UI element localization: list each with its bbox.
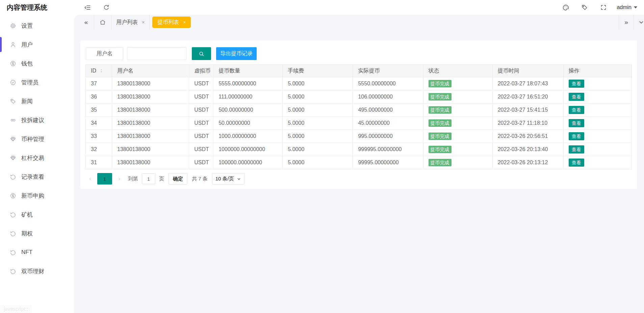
chevron-down-icon <box>638 19 644 25</box>
table-row: 3613800138000USDT111.000000005.0000106.0… <box>86 90 632 104</box>
table-row: 3513800138000USDT500.000000005.0000495.0… <box>86 104 632 117</box>
cell-username: 13800138000 <box>112 90 189 104</box>
cell-coin: USDT <box>189 90 213 104</box>
sidebar-item-label: 设置 <box>21 22 33 30</box>
tabs-scroll-left-button[interactable]: « <box>78 15 94 30</box>
sidebar-item-label: 投拆建议 <box>21 116 44 124</box>
tabs-menu-button[interactable] <box>634 15 644 30</box>
status-badge: 提币完成 <box>429 159 452 166</box>
cell-coin: USDT <box>189 77 213 90</box>
cell-username: 13800138000 <box>112 77 189 90</box>
export-withdraw-records-button[interactable]: 导出提币记录 <box>216 47 257 60</box>
tabs-scroll-right-button[interactable]: » <box>619 15 634 30</box>
search-button[interactable] <box>192 47 211 60</box>
cell-amount: 500.00000000 <box>213 104 283 117</box>
cell-coin: USDT <box>189 117 213 130</box>
cell-time: 2022-03-26 20:56:51 <box>492 130 563 143</box>
theme-palette-button[interactable] <box>559 0 573 15</box>
cell-time: 2022-03-27 11:18:10 <box>492 117 563 130</box>
view-button[interactable]: 查看 <box>569 132 584 140</box>
status-badge: 提币完成 <box>429 93 452 101</box>
caret-down-icon <box>634 6 637 8</box>
user-menu[interactable]: admin <box>615 0 639 15</box>
dollar-icon <box>10 193 16 199</box>
sidebar-item-6[interactable]: 投拆建议 <box>0 111 74 130</box>
cell-actual: 5550.00000000 <box>353 77 423 90</box>
cell-username: 13800138000 <box>112 143 189 156</box>
view-button[interactable]: 查看 <box>569 106 584 114</box>
page-prev-button[interactable]: ‹ <box>85 173 95 184</box>
sidebar-item-5[interactable]: 新闻 <box>0 92 74 111</box>
home-icon <box>99 19 106 26</box>
column-header[interactable]: ID <box>86 65 112 77</box>
sidebar-collapse-button[interactable] <box>80 0 95 15</box>
tab-user-list[interactable]: 用户列表 × <box>111 15 150 30</box>
page-unit-label: 页 <box>159 176 164 182</box>
status-badge: 提币完成 <box>429 133 452 140</box>
withdraw-table: ID用户名虚拟币提币数量手续费实际提币状态提币时间操作 371380013800… <box>85 64 632 169</box>
cell-time: 2022-03-27 15:41:15 <box>492 104 563 117</box>
sidebar-item-7[interactable]: 币种管理 <box>0 130 74 148</box>
table-header-row: ID用户名虚拟币提币数量手续费实际提币状态提币时间操作 <box>86 65 632 77</box>
page-current: 1 <box>97 173 112 184</box>
close-icon[interactable]: × <box>183 20 186 25</box>
sidebar-item-13[interactable]: NFT <box>0 243 74 262</box>
cell-actual: 495.00000000 <box>353 104 423 117</box>
cell-actual: 99995.00000000 <box>353 156 423 169</box>
top-bar: 内容管理系统 admin <box>0 0 644 15</box>
sidebar-item-3[interactable]: 钱包 <box>0 54 74 73</box>
view-button[interactable]: 查看 <box>569 159 584 167</box>
tag-button[interactable] <box>577 0 592 15</box>
history-icon <box>10 174 16 180</box>
cell-coin: USDT <box>189 143 213 156</box>
column-header: 用户名 <box>112 65 189 77</box>
cell-amount: 100000.00000000 <box>213 156 283 169</box>
sort-icon[interactable] <box>99 68 104 73</box>
column-header: 实际提币 <box>353 65 423 77</box>
sidebar-item-4[interactable]: 管理员 <box>0 73 74 92</box>
search-field-select[interactable]: 用户名 <box>86 47 123 60</box>
sidebar-item-label: 期权 <box>21 230 33 237</box>
sidebar-item-label: 记录查看 <box>21 173 44 181</box>
page-next-button[interactable]: › <box>114 173 124 184</box>
cell-username: 13800138000 <box>112 130 189 143</box>
view-button[interactable]: 查看 <box>569 119 584 127</box>
tag-icon <box>581 4 588 11</box>
goto-confirm-button[interactable]: 确定 <box>169 173 187 184</box>
cell-actual: 999995.00000000 <box>353 143 423 156</box>
cell-amount: 111.00000000 <box>213 90 283 104</box>
cell-time: 2022-03-27 16:51:20 <box>492 90 563 104</box>
palette-icon <box>562 4 569 11</box>
sidebar-item-8[interactable]: 杠杆交易 <box>0 148 74 167</box>
sidebar-item-10[interactable]: 新币申购 <box>0 186 74 205</box>
sidebar-item-1[interactable]: 设置 <box>0 16 74 35</box>
sidebar-item-12[interactable]: 期权 <box>0 224 74 243</box>
history-icon <box>10 211 16 218</box>
view-button[interactable]: 查看 <box>569 93 584 101</box>
sidebar-item-14[interactable]: 双币理财 <box>0 262 74 281</box>
close-icon[interactable]: × <box>142 20 145 25</box>
column-header: 提币数量 <box>213 65 283 77</box>
search-input[interactable] <box>127 47 186 60</box>
column-header: 提币时间 <box>492 65 563 77</box>
refresh-button[interactable] <box>99 0 113 15</box>
tab-withdraw-list[interactable]: 提币列表 × <box>152 17 191 28</box>
sidebar-item-11[interactable]: 矿机 <box>0 205 74 224</box>
sidebar-item-2[interactable]: 用户 <box>0 35 74 54</box>
view-button[interactable]: 查看 <box>569 145 584 153</box>
tab-home[interactable] <box>94 15 111 30</box>
page-size-select[interactable]: 10 条/页 <box>212 173 244 184</box>
sidebar-item-9[interactable]: 记录查看 <box>0 167 74 186</box>
cell-fee: 5.0000 <box>283 117 353 130</box>
cell-time: 2022-03-26 20:13:12 <box>492 156 563 169</box>
cell-coin: USDT <box>189 130 213 143</box>
table-row: 3313800138000USDT1000.000000005.0000995.… <box>86 130 632 143</box>
view-button[interactable]: 查看 <box>569 80 584 88</box>
tag-icon <box>10 98 16 105</box>
sidebar-item-label: NFT <box>21 249 32 256</box>
cell-coin: USDT <box>189 156 213 169</box>
goto-label: 到第 <box>128 176 138 182</box>
goto-page-input[interactable] <box>142 173 155 184</box>
column-header: 状态 <box>423 65 492 77</box>
fullscreen-button[interactable] <box>596 0 611 15</box>
